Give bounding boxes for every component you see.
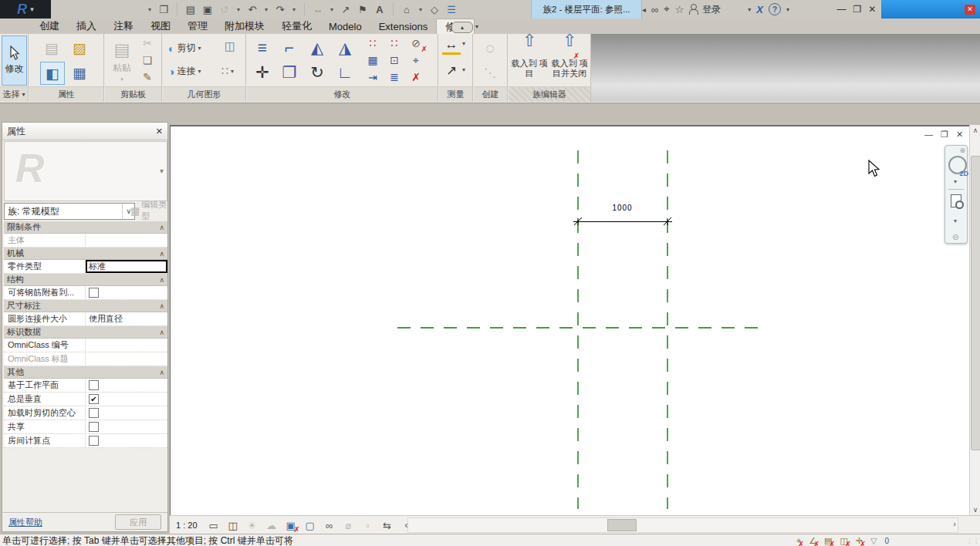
trim-extend-single-icon[interactable]: ⇥ <box>364 69 381 85</box>
section-header[interactable]: 标识数据∧ <box>4 326 167 339</box>
panel-label-properties[interactable]: 属性 <box>29 86 103 102</box>
default-3d-view-icon[interactable]: ⌂ <box>400 2 413 17</box>
property-checkbox-cell[interactable] <box>86 434 167 447</box>
tab-视图[interactable]: 视图 <box>142 19 179 34</box>
dimension-value[interactable]: 1000 <box>577 204 667 212</box>
minimize-ribbon-button[interactable]: ▲ <box>451 22 473 33</box>
cut-geometry-button[interactable]: ◐ 剪切 ▾ <box>168 42 201 55</box>
properties-help-link[interactable]: 属性帮助 <box>8 517 42 528</box>
panel-label-clipboard[interactable]: 剪贴板 <box>105 86 161 102</box>
scroll-up-arrow[interactable]: ∧ <box>970 125 980 136</box>
section-header[interactable]: 限制条件∧ <box>4 221 167 234</box>
horizontal-scrollbar[interactable]: › <box>407 517 958 533</box>
property-checkbox-cell[interactable] <box>86 420 167 433</box>
drawing-area[interactable] <box>170 125 969 515</box>
apply-button[interactable]: 应用 <box>115 514 161 530</box>
dimension-line[interactable] <box>573 217 672 225</box>
section-header[interactable]: 机械∧ <box>4 248 167 260</box>
collapse-icon[interactable]: ∧ <box>159 224 164 231</box>
open-icon[interactable]: ▤ <box>184 2 197 17</box>
measure-dropdown-icon[interactable]: ▾ <box>462 40 465 47</box>
temporary-hide-isolate-icon[interactable]: ∞ <box>323 520 336 531</box>
crop-view-icon[interactable]: ▣ <box>285 520 297 531</box>
zoom-tool-icon[interactable] <box>951 194 961 207</box>
visual-style-icon[interactable]: ◫ <box>227 520 239 531</box>
dimension-dropdown-icon[interactable]: ▾ <box>462 66 465 73</box>
checkbox[interactable] <box>89 288 99 298</box>
palette-close-icon[interactable]: ✕ <box>156 126 163 136</box>
scroll-down-arrow[interactable]: ∨ <box>970 504 980 515</box>
search-icon[interactable]: ∞ <box>651 4 658 15</box>
scrollbar-right-arrow[interactable]: › <box>953 519 956 528</box>
zoom-dropdown-icon[interactable]: ▾ <box>954 217 957 224</box>
create-similar-icon[interactable]: ⋱ <box>480 63 500 82</box>
align-icon[interactable]: ≡ <box>251 37 274 59</box>
redo-icon[interactable]: ↷ <box>274 2 286 17</box>
view-restore-button[interactable]: ❐ <box>941 130 948 140</box>
checkbox[interactable]: ✔ <box>89 394 99 404</box>
tab-附加模块[interactable]: 附加模块 <box>216 19 273 34</box>
move-icon[interactable]: ✛ <box>251 62 274 83</box>
view-scale[interactable]: 1 : 20 <box>176 521 198 530</box>
help-dropdown[interactable]: ▾ <box>786 6 789 13</box>
show-crop-region-icon[interactable]: ▢ <box>304 520 316 531</box>
section-header[interactable]: 其他∧ <box>4 366 167 379</box>
mirror-draw-axis-icon[interactable]: ◮ <box>333 37 357 59</box>
property-value[interactable]: 使用直径 <box>86 312 167 325</box>
join-geometry-button[interactable]: ◑ 连接 ▾ <box>168 65 201 78</box>
array-icon[interactable]: ▦ <box>364 52 381 68</box>
tab-管理[interactable]: 管理 <box>179 19 216 34</box>
sign-in-dropdown[interactable]: ▾ <box>748 6 751 13</box>
pin-icon[interactable]: ⌖ <box>407 52 424 68</box>
select-by-face-toggle[interactable]: ◫ <box>840 536 847 546</box>
match-type-icon[interactable]: ✎ <box>139 69 156 85</box>
tab-轻量化[interactable]: 轻量化 <box>273 19 320 34</box>
family-types-grid-icon[interactable]: ▦ <box>68 62 91 83</box>
trim-extend-multi-icon[interactable]: ≣ <box>386 69 403 85</box>
sign-in-icon[interactable] <box>689 4 697 15</box>
tab-创建[interactable]: 创建 <box>31 19 68 34</box>
preview-dropdown-icon[interactable]: ▾ <box>160 167 164 175</box>
mirror-pick-axis-icon[interactable]: ◭ <box>306 37 329 59</box>
minimize-button[interactable]: — <box>837 4 847 15</box>
sync-dropdown[interactable]: ▾ <box>235 2 242 17</box>
checkbox[interactable] <box>89 436 99 446</box>
application-menu-button[interactable]: R ▾ <box>0 0 51 19</box>
modify-button[interactable]: 修改 <box>2 35 27 86</box>
favorites-icon[interactable]: ☆ <box>675 4 684 15</box>
panel-label-geometry[interactable]: 几何图形 <box>163 86 245 102</box>
copy-icon[interactable]: ❏ <box>139 52 156 68</box>
3d-view-dropdown[interactable]: ▾ <box>417 2 424 17</box>
panel-label-family-editor[interactable]: 族编辑器 <box>509 86 590 102</box>
restore-button[interactable]: ❐ <box>853 4 862 15</box>
tab-Extensions[interactable]: Extensions <box>370 19 437 34</box>
aligned-dimension-icon[interactable]: ↗ <box>340 2 352 17</box>
measure-between-refs-icon[interactable]: ↔ <box>442 37 461 55</box>
vertical-scrollbar-thumb[interactable] <box>971 156 980 450</box>
qat-customize-dropdown[interactable]: ▾ <box>147 2 153 17</box>
panel-label-select[interactable]: 选择▾ <box>0 86 28 102</box>
checkbox[interactable] <box>89 380 99 390</box>
panel-label-modify[interactable]: 修改 <box>247 86 438 102</box>
property-value[interactable] <box>86 234 167 247</box>
edit-type-button[interactable]: ▦ 编辑类型 <box>130 203 167 218</box>
view-minimize-button[interactable]: — <box>924 130 933 140</box>
collapse-icon[interactable]: ∧ <box>159 369 164 376</box>
load-into-project-button[interactable]: ⇧ 载入到 项目 <box>510 35 549 85</box>
collapse-icon[interactable]: ∧ <box>159 329 164 336</box>
minimize-ribbon-dropdown[interactable]: ▾ <box>475 23 478 30</box>
scale-icon[interactable]: ⊡ <box>386 52 403 68</box>
reveal-hidden-elements-icon[interactable]: ⌀ <box>343 520 355 531</box>
panel-label-create[interactable]: 创建 <box>474 86 507 102</box>
horizontal-scrollbar-thumb[interactable] <box>607 519 637 531</box>
close-button[interactable]: ✕ <box>868 4 876 15</box>
detail-level-icon[interactable]: ▭ <box>208 520 220 531</box>
connector-button[interactable]: ∷ ▾ <box>221 65 234 77</box>
rotate-icon[interactable]: ↻ <box>306 62 329 83</box>
property-value[interactable] <box>86 352 167 366</box>
unpin-icon[interactable]: ⊘ <box>407 35 424 51</box>
type-selector[interactable]: 族: 常规模型 ∨ <box>4 203 135 220</box>
delete-icon[interactable]: ✗ <box>407 69 424 85</box>
load-into-project-and-close-button[interactable]: ⇧ 载入到 项目并关闭 <box>550 35 589 85</box>
locked-3d-view-icon[interactable]: ⇆ <box>381 520 394 531</box>
